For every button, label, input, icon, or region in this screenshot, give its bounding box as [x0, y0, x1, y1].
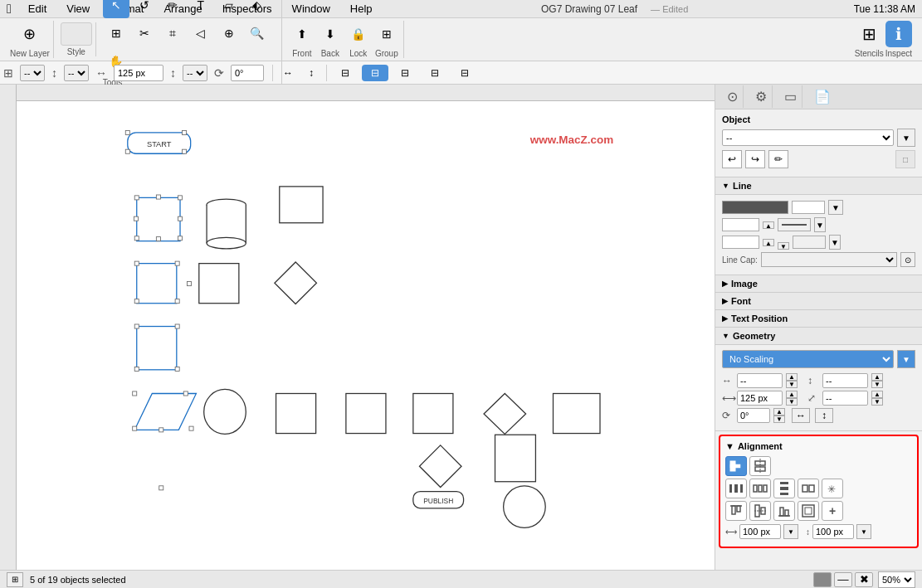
back-button[interactable]: ⬇ Back [317, 21, 344, 58]
align-centers-h-btn[interactable] [749, 456, 771, 476]
text-tool[interactable]: T [188, 0, 214, 18]
status-view-btn1[interactable] [813, 572, 832, 587]
geometry-scaling-select[interactable]: No Scaling [722, 350, 894, 368]
align-fit-btn[interactable] [798, 501, 819, 521]
rotate-arrange-btn[interactable]: ✳ [822, 479, 843, 498]
align-width-input[interactable]: 100 px [739, 524, 781, 539]
object-scaling-select[interactable]: -- [722, 129, 894, 146]
align-left-edges-btn[interactable] [725, 456, 747, 476]
align-bottom-btn[interactable]: ⊟ [451, 65, 478, 81]
line-width-select[interactable]: -- [20, 65, 45, 81]
canvas[interactable]: START [17, 101, 715, 570]
status-view-btn3[interactable]: ✖ [855, 572, 873, 587]
line-height-select[interactable]: -- [64, 65, 89, 81]
menu-help[interactable]: Help [347, 1, 376, 17]
geo-h-up[interactable]: ▲ [871, 391, 883, 398]
obj-btn3[interactable]: ✏ [768, 150, 788, 168]
zoom-select[interactable]: 50% [878, 571, 915, 588]
geo-x-down[interactable]: ▼ [786, 381, 798, 388]
lock-button[interactable]: 🔒 Lock [345, 21, 372, 58]
align-centers-v-btn[interactable] [749, 501, 771, 521]
zoom-tool[interactable]: ◁ [188, 20, 214, 46]
resize-same-btn[interactable] [798, 479, 819, 498]
flip-v-btn[interactable]: ↕ [301, 65, 321, 81]
line-end-down[interactable]: ▼ [778, 242, 789, 250]
line-thickness-input[interactable] [722, 218, 759, 231]
obj-btn2[interactable]: ↪ [745, 150, 765, 168]
select-tool[interactable]: ↖ [103, 0, 129, 18]
geo-h-input[interactable] [822, 391, 868, 406]
obj-btn1[interactable]: ↩ [722, 150, 742, 168]
image-section-header[interactable]: ▶ Image [715, 275, 922, 293]
panel-tab-settings[interactable]: ⚙ [750, 85, 773, 108]
object-arrow-btn[interactable]: ▼ [897, 129, 915, 147]
align-top-btn[interactable]: ⊟ [422, 65, 448, 81]
geo-y-down[interactable]: ▼ [871, 381, 883, 388]
rotation-input[interactable]: 0° [231, 65, 264, 81]
canvas-area[interactable]: START [0, 85, 715, 570]
panel-tab-info[interactable]: 📄 [809, 85, 836, 108]
panel-tab-object[interactable]: ⊙ [722, 85, 744, 108]
line-end-input[interactable] [722, 236, 759, 249]
geo-w-down[interactable]: ▼ [786, 398, 798, 406]
distribute-centers-h-btn[interactable] [749, 479, 771, 498]
geo-rot-down[interactable]: ▼ [773, 415, 785, 423]
alignment-section-title[interactable]: ▼ Alignment [725, 441, 912, 451]
flip-h-btn[interactable]: ↔ [278, 65, 298, 81]
geometry-section-header[interactable]: ▼ Geometry [715, 328, 922, 345]
line-end-style-btn[interactable]: ▼ [829, 235, 841, 250]
stencils-button[interactable]: ⊞ Stencils [855, 21, 884, 58]
line-dash-preview[interactable] [778, 218, 811, 231]
geo-flip-v-btn[interactable]: ↕ [815, 408, 833, 423]
geo-flip-h-btn[interactable]: ↔ [792, 408, 810, 423]
menu-edit[interactable]: Edit [25, 1, 50, 17]
align-height-input[interactable]: 100 px [812, 524, 854, 539]
pan-tool[interactable]: ⊕ [216, 20, 242, 46]
line-end-up[interactable]: ▲ [763, 239, 774, 246]
line-cap-select[interactable] [761, 252, 897, 267]
geo-x-input[interactable] [737, 373, 783, 388]
distribute-h-btn[interactable] [725, 479, 747, 498]
line-color-preview[interactable] [722, 201, 788, 214]
line-end-preview[interactable] [793, 236, 826, 249]
align-left-btn[interactable]: ⊟ [332, 65, 359, 81]
line-section-header[interactable]: ▼ Line [715, 177, 922, 195]
statusbar-page-btn[interactable]: ⊞ [7, 572, 23, 587]
align-width-spin[interactable]: ▼ [783, 524, 798, 539]
geo-w-input[interactable]: 125 px [737, 391, 783, 406]
height-select[interactable]: -- [183, 65, 207, 81]
crop-tool[interactable]: ⌗ [159, 20, 186, 46]
magnify-tool[interactable]: 🔍 [244, 20, 271, 46]
geometry-scaling-btn[interactable]: ▼ [897, 350, 915, 368]
align-top-edges-btn[interactable] [725, 501, 747, 521]
geo-rot-input[interactable] [737, 408, 770, 423]
panel-tab-canvas[interactable]: ▭ [779, 85, 802, 108]
font-section-header[interactable]: ▶ Font [715, 293, 922, 310]
line-color-input[interactable] [792, 201, 825, 214]
line-tool[interactable]: ⊞ [103, 20, 129, 46]
shape-tool[interactable]: ▱ [216, 0, 242, 18]
geo-rot-up[interactable]: ▲ [773, 408, 785, 415]
hand-tool[interactable]: ↺ [131, 0, 158, 18]
edit-tool[interactable]: ✂ [131, 20, 158, 46]
line-color-btn[interactable]: ▼ [828, 200, 843, 215]
menu-window[interactable]: Window [289, 1, 334, 17]
align-more-btn[interactable]: + [822, 501, 843, 521]
align-height-spin[interactable]: ▼ [856, 524, 871, 539]
width-input[interactable]: 125 px [114, 65, 163, 81]
conn-tool[interactable]: ⬖ [244, 0, 271, 18]
geo-w-up[interactable]: ▲ [786, 391, 798, 398]
line-thickness-up[interactable]: ▲ [763, 221, 774, 229]
geo-y-input[interactable] [822, 373, 868, 388]
text-position-section-header[interactable]: ▶ Text Position [715, 310, 922, 328]
geo-x-up[interactable]: ▲ [786, 373, 798, 381]
apple-menu[interactable]:  [7, 2, 12, 17]
pen-tool[interactable]: ✏ [159, 0, 186, 18]
distribute-v-btn[interactable] [773, 479, 795, 498]
menu-view[interactable]: View [63, 1, 93, 17]
new-layer-button[interactable]: ⊕ New Layer [10, 21, 50, 58]
align-center-btn[interactable]: ⊟ [362, 65, 388, 81]
line-style-btn[interactable]: ▼ [814, 217, 826, 232]
front-button[interactable]: ⬆ Front [289, 21, 315, 58]
geo-h-down[interactable]: ▼ [871, 398, 883, 406]
